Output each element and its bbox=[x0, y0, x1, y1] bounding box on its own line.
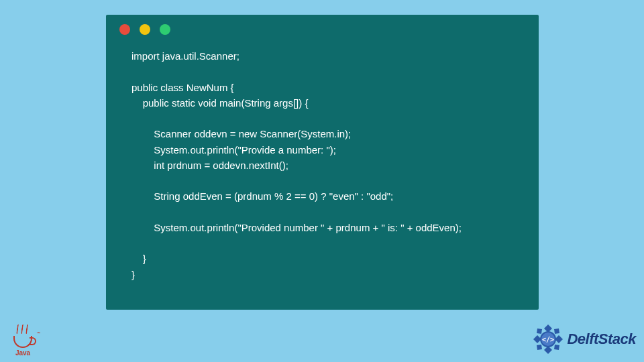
window-titlebar bbox=[106, 15, 539, 40]
svg-text:</>: </> bbox=[542, 336, 554, 343]
close-icon[interactable] bbox=[119, 24, 130, 35]
svg-marker-5 bbox=[554, 328, 559, 334]
code-content: import java.util.Scanner; public class N… bbox=[106, 40, 539, 296]
svg-marker-6 bbox=[537, 345, 542, 350]
java-label: Java bbox=[15, 349, 30, 357]
minimize-icon[interactable] bbox=[140, 24, 150, 35]
trademark-text: ™ bbox=[36, 331, 40, 335]
java-steam-icon bbox=[17, 324, 29, 334]
brand-name: DelftStack bbox=[567, 330, 636, 348]
svg-marker-4 bbox=[537, 328, 542, 334]
brand-badge-icon: </> bbox=[532, 323, 564, 355]
code-window: import java.util.Scanner; public class N… bbox=[106, 15, 539, 310]
java-logo: ™ Java bbox=[8, 319, 38, 357]
svg-marker-7 bbox=[554, 345, 559, 350]
java-cup-icon bbox=[13, 336, 32, 348]
maximize-icon[interactable] bbox=[160, 24, 170, 35]
brand-logo: </> DelftStack bbox=[532, 323, 636, 355]
